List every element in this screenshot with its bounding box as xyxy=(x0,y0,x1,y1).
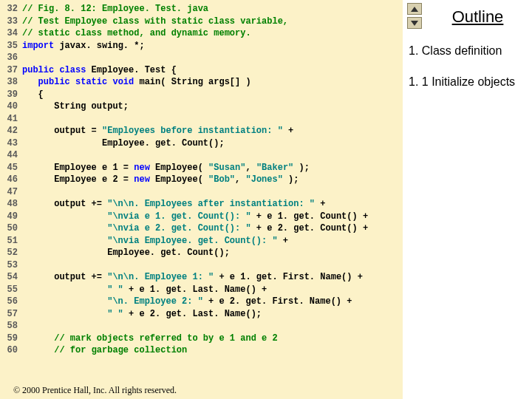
line-number: 42 xyxy=(0,125,18,137)
line-number: 50 xyxy=(0,222,18,235)
code-line: 39 { xyxy=(0,89,403,101)
line-number: 58 xyxy=(0,320,18,332)
line-number: 55 xyxy=(0,284,18,296)
code-line: 34// static class method, and dynamic me… xyxy=(0,27,403,40)
line-number: 47 xyxy=(0,186,18,199)
line-content: "\n. Employee 2: " + e 2. get. First. Na… xyxy=(22,296,352,308)
line-content: // for garbage collection xyxy=(22,344,187,357)
line-content: import javax. swing. *; xyxy=(22,40,145,52)
line-number: 41 xyxy=(0,113,18,126)
code-line: 48 output += "\n\n. Employees after inst… xyxy=(0,198,403,211)
code-pane: 32// Fig. 8. 12: Employee. Test. java33/… xyxy=(0,0,403,399)
code-body: 32// Fig. 8. 12: Employee. Test. java33/… xyxy=(0,3,403,357)
line-content: // static class method, and dynamic memo… xyxy=(22,27,251,40)
line-number: 49 xyxy=(0,211,18,223)
line-number: 39 xyxy=(0,89,18,101)
code-line: 38 public static void main( String args[… xyxy=(0,76,403,89)
code-line: 42 output = "Employees before instantiat… xyxy=(0,125,403,137)
code-line: 40 String output; xyxy=(0,100,403,113)
line-number: 60 xyxy=(0,344,18,357)
code-line: 33// Test Employee class with static cla… xyxy=(0,16,403,28)
code-line: 56 "\n. Employee 2: " + e 2. get. First.… xyxy=(0,296,403,308)
code-line: 44 xyxy=(0,149,403,162)
line-content: output = "Employees before instantiation… xyxy=(22,125,293,137)
line-number: 54 xyxy=(0,271,18,284)
code-line: 59 // mark objects referred to by e 1 an… xyxy=(0,332,403,345)
line-content: output += "\n\n. Employees after instant… xyxy=(22,198,325,211)
line-content: String output; xyxy=(22,100,129,113)
line-content: " " + e 1. get. Last. Name() + xyxy=(22,284,267,296)
line-content: public class Employee. Test { xyxy=(22,64,177,77)
code-line: 47 xyxy=(0,186,403,199)
line-content: Employee. get. Count(); xyxy=(22,137,225,150)
line-number: 59 xyxy=(0,332,18,345)
line-number: 35 xyxy=(0,40,18,52)
code-line: 45 Employee e 1 = new Employee( "Susan",… xyxy=(0,162,403,174)
next-button[interactable] xyxy=(407,17,422,29)
line-number: 45 xyxy=(0,162,18,174)
line-number: 34 xyxy=(0,27,18,40)
line-number: 40 xyxy=(0,100,18,113)
line-number: 37 xyxy=(0,64,18,77)
code-line: 36 xyxy=(0,52,403,64)
line-content: Employee. get. Count(); xyxy=(22,247,230,259)
code-line: 43 Employee. get. Count(); xyxy=(0,137,403,150)
code-line: 37public class Employee. Test { xyxy=(0,64,403,77)
prev-button[interactable] xyxy=(407,3,422,15)
line-content: // Test Employee class with static class… xyxy=(22,16,288,28)
line-number: 38 xyxy=(0,76,18,89)
outline-pane: Outline 1. Class definition 1. 1 Initial… xyxy=(403,0,532,399)
chevron-up-icon xyxy=(411,7,418,12)
code-line: 49 "\nvia e 1. get. Count(): " + e 1. ge… xyxy=(0,211,403,223)
code-line: 60 // for garbage collection xyxy=(0,344,403,357)
line-number: 32 xyxy=(0,3,18,16)
line-content: "\nvia e 1. get. Count(): " + e 1. get. … xyxy=(22,211,368,223)
line-content: output += "\n\n. Employee 1: " + e 1. ge… xyxy=(22,271,363,284)
line-content: // mark objects referred to by e 1 and e… xyxy=(22,332,278,345)
code-line: 32// Fig. 8. 12: Employee. Test. java xyxy=(0,3,403,16)
line-content: "\nvia e 2. get. Count(): " + e 2. get. … xyxy=(22,222,368,235)
outline-item-2: 1. 1 Initialize objects xyxy=(409,75,526,89)
line-content: public static void main( String args[] ) xyxy=(22,76,251,89)
line-number: 56 xyxy=(0,296,18,308)
line-number: 57 xyxy=(0,308,18,321)
code-line: 53 xyxy=(0,259,403,272)
line-content: Employee e 2 = new Employee( "Bob", "Jon… xyxy=(22,174,299,186)
line-number: 52 xyxy=(0,247,18,259)
line-content: Employee e 1 = new Employee( "Susan", "B… xyxy=(22,162,310,174)
code-line: 41 xyxy=(0,113,403,126)
chevron-down-icon xyxy=(411,21,418,26)
line-content: { xyxy=(22,89,44,101)
code-line: 51 "\nvia Employee. get. Count(): " + xyxy=(0,235,403,248)
nav-arrows xyxy=(407,3,422,29)
code-line: 52 Employee. get. Count(); xyxy=(0,247,403,259)
line-number: 51 xyxy=(0,235,18,248)
code-line: 58 xyxy=(0,320,403,332)
line-number: 46 xyxy=(0,174,18,186)
line-number: 43 xyxy=(0,137,18,150)
line-content: " " + e 2. get. Last. Name(); xyxy=(22,308,262,321)
code-line: 46 Employee e 2 = new Employee( "Bob", "… xyxy=(0,174,403,186)
outline-title: Outline xyxy=(429,7,526,27)
line-number: 44 xyxy=(0,149,18,162)
outline-item-1: 1. Class definition xyxy=(409,44,526,58)
code-line: 54 output += "\n\n. Employee 1: " + e 1.… xyxy=(0,271,403,284)
line-content: // Fig. 8. 12: Employee. Test. java xyxy=(22,3,208,16)
line-number: 36 xyxy=(0,52,18,64)
code-line: 35import javax. swing. *; xyxy=(0,40,403,52)
line-content: "\nvia Employee. get. Count(): " + xyxy=(22,235,288,248)
code-line: 57 " " + e 2. get. Last. Name(); xyxy=(0,308,403,321)
line-number: 48 xyxy=(0,198,18,211)
line-number: 33 xyxy=(0,16,18,28)
copyright-text: © 2000 Prentice Hall, Inc. All rights re… xyxy=(13,384,177,397)
code-line: 50 "\nvia e 2. get. Count(): " + e 2. ge… xyxy=(0,222,403,235)
code-line: 55 " " + e 1. get. Last. Name() + xyxy=(0,284,403,296)
line-number: 53 xyxy=(0,259,18,272)
